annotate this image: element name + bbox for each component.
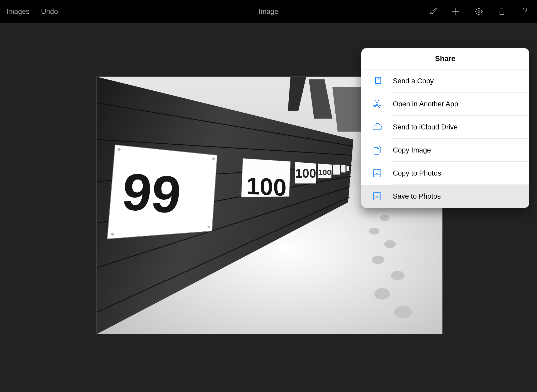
undo-button[interactable]: Undo: [41, 8, 58, 16]
brush-icon[interactable]: [427, 6, 438, 17]
share-popover: Share Send a CopyOpen in Another AppSend…: [361, 48, 529, 208]
svg-rect-51: [347, 166, 349, 171]
svg-point-13: [525, 14, 525, 15]
share-option-send-to-icloud-drive[interactable]: Send to iCloud Drive: [361, 116, 529, 139]
svg-line-8: [476, 9, 477, 9]
popover-title: Share: [361, 48, 529, 69]
share-option-send-a-copy[interactable]: Send a Copy: [361, 69, 529, 92]
share-option-label: Copy to Photos: [393, 169, 441, 177]
svg-point-39: [212, 157, 215, 160]
svg-point-41: [207, 226, 210, 228]
share-option-copy-image[interactable]: Copy Image: [361, 139, 529, 162]
svg-line-61: [379, 107, 380, 108]
svg-line-57: [375, 100, 379, 107]
svg-point-2: [476, 9, 482, 15]
svg-text:100: 100: [318, 168, 331, 177]
svg-point-19: [394, 306, 412, 318]
share-option-copy-to-photos[interactable]: Copy to Photos: [361, 162, 529, 185]
toolbar: Images Undo Image: [0, 0, 537, 23]
share-option-label: Send to iCloud Drive: [393, 123, 458, 131]
plus-icon[interactable]: [450, 6, 461, 17]
docs-icon: [371, 144, 383, 156]
share-option-label: Save to Photos: [393, 192, 441, 200]
svg-point-25: [380, 215, 389, 221]
share-icon[interactable]: [496, 6, 508, 17]
svg-text:100: 100: [295, 166, 316, 180]
cloud-icon: [371, 121, 383, 133]
svg-point-23: [384, 240, 396, 248]
svg-point-38: [117, 148, 121, 151]
svg-point-40: [111, 233, 114, 236]
svg-text:99: 99: [120, 162, 184, 224]
svg-point-24: [369, 228, 379, 235]
download-tray-icon: [371, 190, 383, 202]
svg-line-9: [481, 14, 482, 14]
svg-line-56: [375, 100, 379, 107]
svg-point-21: [391, 271, 405, 280]
gear-icon[interactable]: [473, 6, 485, 17]
share-option-label: Copy Image: [393, 146, 431, 154]
appstore-icon: [371, 98, 383, 110]
svg-text:100: 100: [246, 172, 286, 201]
svg-line-11: [481, 9, 482, 9]
svg-point-3: [478, 10, 480, 13]
share-option-label: Open in Another App: [393, 100, 458, 108]
svg-rect-50: [341, 165, 346, 172]
svg-point-22: [372, 256, 384, 264]
back-button[interactable]: Images: [6, 8, 30, 16]
svg-line-60: [374, 106, 375, 108]
download-tray-icon: [371, 167, 383, 179]
svg-point-20: [374, 288, 390, 300]
svg-rect-49: [333, 165, 340, 175]
share-option-save-to-photos[interactable]: Save to Photos: [361, 185, 529, 208]
share-sheet-icon: [371, 75, 383, 87]
canvas-area[interactable]: 99 100 100 100 Share Send a CopyOpe: [0, 23, 537, 392]
share-option-label: Send a Copy: [393, 77, 434, 85]
share-option-open-in-another-app[interactable]: Open in Another App: [361, 92, 529, 116]
svg-line-10: [476, 14, 477, 14]
popover-arrow: [508, 48, 518, 49]
help-icon[interactable]: [519, 6, 531, 17]
